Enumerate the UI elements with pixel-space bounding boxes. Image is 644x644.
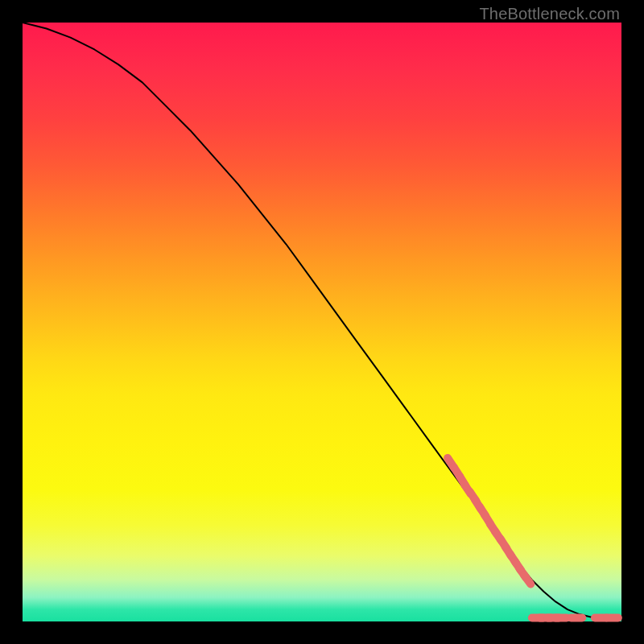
curve-dot — [524, 575, 530, 584]
chart-frame: TheBottleneck.com — [0, 0, 644, 644]
chart-svg — [23, 23, 621, 621]
watermark-text: TheBottleneck.com — [479, 5, 620, 23]
bottleneck-curve — [23, 23, 621, 618]
curve-dots — [448, 458, 618, 618]
plot-area — [23, 23, 621, 621]
